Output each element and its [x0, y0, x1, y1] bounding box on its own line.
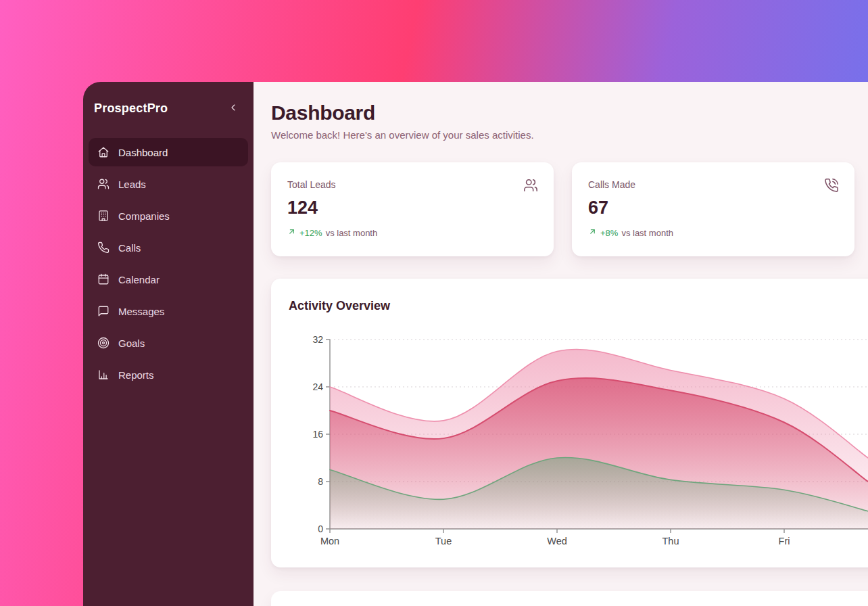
message-square-icon	[97, 305, 110, 317]
sidebar-item-label: Companies	[118, 210, 170, 222]
activity-chart: 08162432MonTueWedThuFri	[297, 333, 868, 551]
svg-text:Mon: Mon	[320, 536, 339, 546]
stat-card-total-leads: Total Leads 124 +12% vs last month	[271, 162, 554, 256]
stats-row: Total Leads 124 +12% vs last month Calls…	[271, 162, 868, 256]
phone-icon	[97, 241, 110, 254]
sidebar-nav: Dashboard Leads Companies Calls	[83, 133, 254, 398]
stat-value: 67	[588, 197, 838, 218]
trend-caption: vs last month	[326, 228, 378, 238]
svg-text:Fri: Fri	[779, 536, 790, 546]
main-content: Dashboard Welcome back! Here's an overvi…	[254, 82, 868, 606]
svg-text:24: 24	[312, 381, 323, 392]
sidebar-item-label: Leads	[118, 179, 146, 190]
sidebar-item-reports[interactable]: Reports	[89, 360, 248, 389]
stat-card-calls-made: Calls Made 67 +8% vs last month	[572, 162, 854, 256]
sidebar-item-calls[interactable]: Calls	[89, 233, 248, 262]
target-icon	[97, 337, 110, 349]
trend-percent: +12%	[299, 228, 322, 238]
activity-overview-card: Activity Overview 08162432MonTueWedThuFr…	[271, 279, 868, 567]
stat-trend: +8% vs last month	[588, 227, 838, 238]
building-icon	[97, 210, 110, 222]
phone-call-icon	[824, 178, 839, 195]
users-icon	[97, 178, 110, 190]
page-subtitle: Welcome back! Here's an overview of your…	[271, 129, 868, 141]
app-logo-text: ProspectPro	[94, 101, 168, 116]
next-section-card	[271, 591, 868, 606]
sidebar-item-companies[interactable]: Companies	[89, 202, 248, 230]
sidebar-header: ProspectPro	[83, 82, 254, 133]
sidebar-item-label: Reports	[118, 369, 154, 381]
sidebar-item-messages[interactable]: Messages	[89, 297, 248, 325]
bar-chart-icon	[97, 369, 110, 381]
sidebar-item-label: Calendar	[118, 274, 160, 285]
svg-text:32: 32	[312, 334, 323, 345]
svg-text:Wed: Wed	[547, 536, 567, 546]
chevron-left-icon	[228, 102, 239, 115]
stat-label: Calls Made	[588, 179, 838, 190]
stat-label: Total Leads	[287, 179, 537, 190]
arrow-up-right-icon	[287, 227, 296, 238]
sidebar-item-calendar[interactable]: Calendar	[89, 265, 248, 294]
sidebar: ProspectPro Dashboard Leads	[83, 82, 254, 606]
sidebar-item-label: Goals	[118, 337, 145, 349]
trend-caption: vs last month	[621, 228, 673, 238]
app-window: ProspectPro Dashboard Leads	[83, 82, 868, 606]
sidebar-item-goals[interactable]: Goals	[89, 329, 248, 357]
sidebar-item-leads[interactable]: Leads	[89, 170, 248, 198]
sidebar-item-label: Calls	[118, 242, 141, 254]
stat-value: 124	[287, 197, 537, 218]
sidebar-item-label: Messages	[118, 306, 164, 317]
home-icon	[97, 146, 110, 158]
svg-text:Thu: Thu	[662, 536, 679, 546]
sidebar-item-dashboard[interactable]: Dashboard	[89, 138, 248, 166]
chart-title: Activity Overview	[289, 299, 868, 313]
svg-text:Tue: Tue	[435, 536, 452, 546]
calendar-icon	[97, 273, 110, 285]
svg-text:8: 8	[318, 476, 323, 487]
sidebar-collapse-button[interactable]	[226, 101, 240, 116]
svg-text:16: 16	[312, 429, 323, 440]
users-icon	[523, 178, 538, 195]
stat-trend: +12% vs last month	[287, 227, 537, 238]
arrow-up-right-icon	[588, 227, 597, 238]
page-title: Dashboard	[271, 101, 868, 124]
trend-percent: +8%	[600, 228, 618, 238]
sidebar-item-label: Dashboard	[118, 147, 168, 158]
svg-text:0: 0	[318, 523, 323, 534]
